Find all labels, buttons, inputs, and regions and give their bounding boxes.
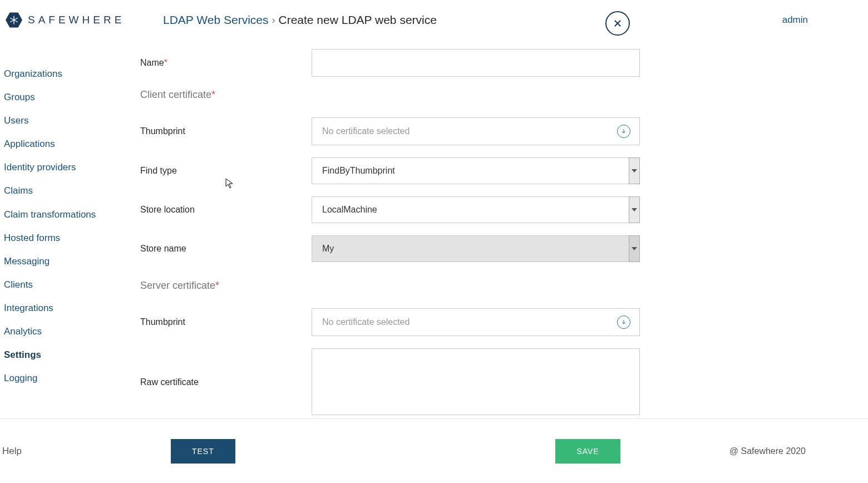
name-label: Name* [140, 58, 312, 68]
user-link[interactable]: admin [782, 14, 808, 26]
brand-logo[interactable]: SAFEWHERE [4, 12, 138, 28]
svg-marker-6 [632, 169, 637, 172]
sidebar-item-hosted-forms[interactable]: Hosted forms [4, 226, 126, 250]
name-input[interactable] [312, 49, 640, 77]
sidebar-item-identity-providers[interactable]: Identity providers [4, 156, 126, 179]
download-icon[interactable] [617, 316, 630, 329]
sidebar-item-integrations[interactable]: Integrations [4, 297, 126, 320]
client-thumbprint-input[interactable]: No certificate selected [312, 117, 640, 145]
chevron-down-icon[interactable] [629, 196, 640, 223]
snowflake-icon [6, 12, 22, 28]
store-location-value: LocalMachine [312, 196, 629, 223]
close-button[interactable] [605, 11, 630, 36]
store-name-select[interactable]: My [312, 235, 640, 262]
svg-marker-7 [632, 208, 637, 211]
test-button[interactable]: TEST [171, 439, 235, 464]
client-thumbprint-label: Thumbprint [140, 126, 312, 136]
server-thumbprint-label: Thumbprint [140, 317, 312, 327]
sidebar-item-organizations[interactable]: Organizations [4, 62, 126, 86]
breadcrumb-separator: › [272, 14, 275, 26]
svg-marker-8 [632, 247, 637, 250]
breadcrumb: LDAP Web Services › Create new LDAP web … [163, 13, 437, 27]
sidebar-item-users[interactable]: Users [4, 109, 126, 132]
find-type-label: Find type [140, 166, 312, 176]
help-link[interactable]: Help [2, 446, 22, 457]
copyright-text: @ Safewhere 2020 [729, 446, 806, 456]
sidebar-item-applications[interactable]: Applications [4, 132, 126, 156]
store-location-select[interactable]: LocalMachine [312, 196, 640, 223]
find-type-select[interactable]: FindByThumbprint [312, 157, 640, 184]
save-button[interactable]: SAVE [555, 439, 620, 464]
find-type-value: FindByThumbprint [312, 157, 629, 184]
close-icon [613, 18, 623, 28]
client-thumbprint-placeholder: No certificate selected [322, 126, 617, 136]
sidebar-item-clients[interactable]: Clients [4, 273, 126, 297]
breadcrumb-parent[interactable]: LDAP Web Services [163, 13, 268, 27]
sidebar-item-groups[interactable]: Groups [4, 86, 126, 109]
sidebar-item-claims[interactable]: Claims [4, 179, 126, 203]
sidebar-item-messaging[interactable]: Messaging [4, 250, 126, 273]
sidebar-item-claim-transformations[interactable]: Claim transformations [4, 203, 126, 226]
server-thumbprint-placeholder: No certificate selected [322, 317, 617, 327]
raw-cert-input[interactable] [312, 348, 640, 415]
sidebar-item-logging[interactable]: Logging [4, 367, 126, 390]
store-name-value: My [312, 235, 629, 262]
server-cert-section-header: Server certificate* [140, 280, 641, 292]
client-cert-section-header: Client certificate* [140, 89, 641, 101]
page-title: Create new LDAP web service [278, 13, 436, 27]
sidebar-item-analytics[interactable]: Analytics [4, 320, 126, 343]
server-thumbprint-input[interactable]: No certificate selected [312, 308, 640, 336]
chevron-down-icon [629, 235, 640, 262]
sidebar-nav: OrganizationsGroupsUsersApplicationsIden… [4, 62, 126, 390]
raw-cert-label: Raw certificate [140, 348, 312, 387]
store-name-label: Store name [140, 244, 312, 254]
store-location-label: Store location [140, 205, 312, 215]
download-icon[interactable] [617, 125, 630, 138]
brand-name: SAFEWHERE [28, 14, 125, 26]
chevron-down-icon[interactable] [629, 157, 640, 184]
sidebar-item-settings[interactable]: Settings [4, 343, 126, 367]
